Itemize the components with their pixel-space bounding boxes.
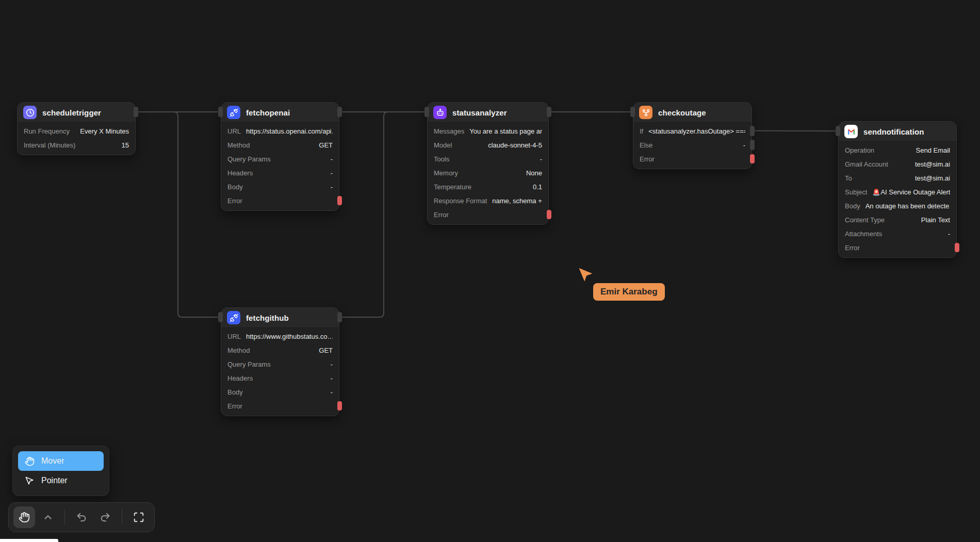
node-row: Body- bbox=[221, 180, 339, 194]
node-statusanalyzer[interactable]: statusanalyzer MessagesYou are a status … bbox=[427, 102, 549, 225]
output-port-if[interactable] bbox=[750, 126, 755, 136]
input-port[interactable] bbox=[630, 107, 635, 117]
node-row: Modelclaude-sonnet-4-5 bbox=[428, 138, 548, 152]
node-title: fetchgithub bbox=[246, 314, 289, 322]
node-sendnotification[interactable]: sendnotification OperationSend Email Gma… bbox=[838, 121, 957, 258]
node-checkoutage[interactable]: checkoutage If<statusanalyzer.hasOutage>… bbox=[633, 102, 752, 169]
node-row: Response Formatname, schema +1 bbox=[428, 194, 548, 208]
output-port[interactable] bbox=[337, 107, 342, 117]
redo-button[interactable] bbox=[94, 506, 116, 528]
api-plug-icon bbox=[227, 311, 240, 324]
error-port[interactable] bbox=[337, 401, 342, 410]
node-title: scheduletrigger bbox=[42, 108, 101, 117]
workflow-canvas[interactable]: { "nodes": [ { "title": "scheduletrigger… bbox=[0, 0, 980, 542]
node-row: Else- bbox=[633, 138, 752, 152]
expand-tools-button[interactable] bbox=[37, 506, 59, 528]
node-title: checkoutage bbox=[658, 108, 706, 117]
node-row: Headers- bbox=[221, 371, 339, 385]
error-port[interactable] bbox=[337, 196, 342, 205]
status-strip bbox=[0, 539, 58, 542]
edge-layer bbox=[0, 0, 980, 542]
node-row: Interval (Minutes)15 bbox=[18, 138, 135, 152]
gmail-icon bbox=[844, 125, 858, 138]
error-port[interactable] bbox=[955, 243, 959, 252]
error-port[interactable] bbox=[750, 154, 755, 163]
hand-icon bbox=[19, 512, 30, 523]
fullscreen-button[interactable] bbox=[128, 506, 150, 528]
redo-icon bbox=[100, 512, 111, 523]
node-row: Query Params- bbox=[221, 152, 339, 166]
node-row: Error bbox=[839, 241, 956, 255]
input-port[interactable] bbox=[218, 107, 223, 117]
node-row: MethodGET bbox=[221, 343, 339, 357]
api-plug-icon bbox=[227, 106, 240, 119]
output-port[interactable] bbox=[134, 107, 138, 117]
toolbar-divider bbox=[64, 510, 65, 525]
node-row: URLhttps://www.githubstatus.co… bbox=[221, 330, 339, 343]
node-row: Temperature0.1 bbox=[428, 180, 548, 194]
tool-item-pointer[interactable]: Pointer bbox=[18, 471, 104, 490]
edge-checkoutage-sendnotification[interactable] bbox=[752, 131, 837, 132]
node-fetchopenai[interactable]: fetchopenai URLhttps://status.openai.com… bbox=[221, 102, 339, 211]
collaborator-cursor-icon bbox=[577, 266, 595, 287]
output-port[interactable] bbox=[337, 312, 342, 322]
node-row: Body- bbox=[221, 385, 339, 399]
node-row: Error bbox=[221, 399, 339, 413]
node-row: BodyAn outage has been detecte… bbox=[839, 199, 956, 213]
output-port[interactable] bbox=[547, 107, 551, 117]
branch-icon bbox=[639, 106, 652, 119]
tool-item-label: Mover bbox=[41, 456, 64, 466]
error-port[interactable] bbox=[547, 210, 551, 219]
output-port-else[interactable] bbox=[750, 140, 755, 150]
node-fetchgithub[interactable]: fetchgithub URLhttps://www.githubstatus.… bbox=[221, 307, 339, 416]
input-port[interactable] bbox=[424, 107, 429, 117]
node-row: Headers- bbox=[221, 166, 339, 180]
node-row: OperationSend Email bbox=[839, 143, 956, 157]
node-title: fetchopenai bbox=[246, 108, 290, 117]
edge-scheduletrigger-fetchgithub[interactable] bbox=[136, 112, 219, 317]
undo-icon bbox=[76, 512, 87, 523]
node-row: MemoryNone bbox=[428, 166, 548, 180]
node-row: Error bbox=[221, 194, 339, 208]
node-scheduletrigger[interactable]: scheduletrigger Run FrequencyEvery X Min… bbox=[17, 102, 136, 155]
mover-tool-button[interactable] bbox=[13, 506, 35, 528]
node-row: Error bbox=[428, 208, 548, 222]
toolbar-divider bbox=[122, 510, 122, 525]
input-port[interactable] bbox=[836, 126, 840, 136]
input-port[interactable] bbox=[218, 312, 223, 322]
node-row: Content TypePlain Text bbox=[839, 213, 956, 227]
undo-button[interactable] bbox=[71, 506, 92, 528]
tool-item-mover[interactable]: Mover bbox=[18, 451, 104, 471]
tool-selector-menu: Mover Pointer bbox=[12, 446, 109, 496]
maximize-icon bbox=[133, 512, 144, 523]
hand-icon bbox=[25, 456, 35, 466]
siren-emoji-icon: 🚨 bbox=[872, 189, 880, 196]
node-row: MessagesYou are a status page an… bbox=[428, 124, 548, 138]
node-row: URLhttps://status.openai.com/api… bbox=[221, 124, 339, 138]
pointer-icon bbox=[25, 476, 35, 486]
node-title: statusanalyzer bbox=[452, 108, 507, 117]
node-row: Subject🚨AI Service Outage Alert … bbox=[839, 185, 956, 199]
node-row: Run FrequencyEvery X Minutes bbox=[18, 124, 135, 138]
chevron-up-icon bbox=[42, 512, 54, 523]
edge-fetchgithub-statusanalyzer[interactable] bbox=[339, 112, 426, 317]
node-row: Tools- bbox=[428, 152, 548, 166]
clock-icon bbox=[23, 106, 37, 119]
node-row: Totest@sim.ai bbox=[839, 171, 956, 185]
node-row: MethodGET bbox=[221, 138, 339, 152]
robot-icon bbox=[433, 106, 447, 119]
node-title: sendnotification bbox=[863, 127, 924, 136]
node-row: Attachments- bbox=[839, 227, 956, 241]
node-row: Error bbox=[633, 152, 752, 166]
collaborator-name-badge: Emir Karabeg bbox=[593, 283, 665, 301]
node-row: Query Params- bbox=[221, 357, 339, 371]
tool-item-label: Pointer bbox=[41, 476, 68, 485]
canvas-toolbar bbox=[8, 502, 155, 532]
node-row: Gmail Accounttest@sim.ai bbox=[839, 157, 956, 171]
node-row: If<statusanalyzer.hasOutage> ===… bbox=[633, 124, 752, 138]
